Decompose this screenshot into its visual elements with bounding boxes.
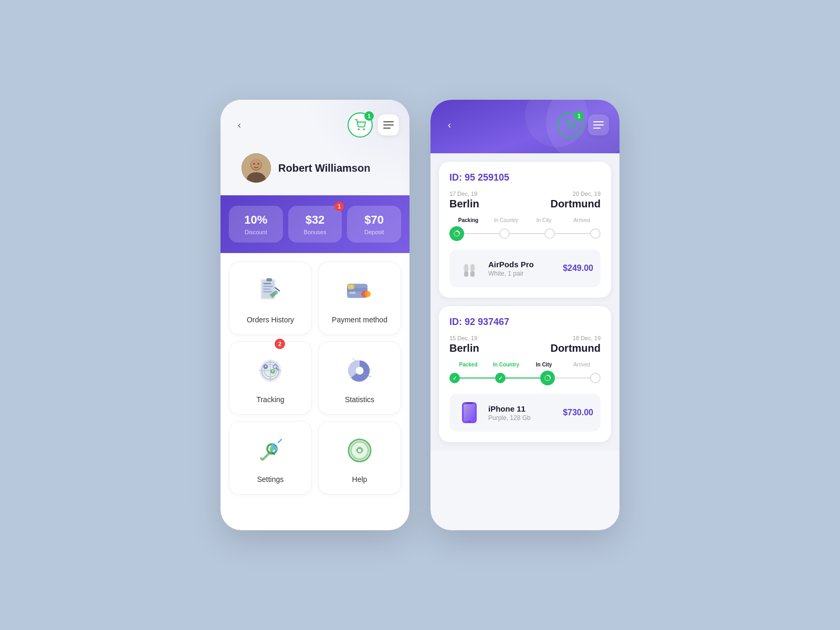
left-header: ‹ 1 [220,100,410,195]
tracking-icon-svg [255,355,286,386]
track-seg-1-12 [510,233,545,234]
step-label-packing: Packing [449,217,487,223]
tracking-label: Tracking [256,395,284,404]
svg-point-44 [573,129,574,130]
svg-point-6 [254,163,255,165]
help-icon [341,432,378,469]
to-date-1: 20 Dec, 19 [550,191,601,197]
tracking-icon [252,352,289,389]
tracking-bar-1: Packing In Country In City Arrived [449,217,601,241]
tracking-line-2: ✓ ✓ [449,371,601,385]
user-name: Robert Williamson [278,162,370,174]
tracking-line-1 [449,226,601,241]
svg-point-30 [272,370,274,372]
discount-value: 10% [234,213,278,227]
menu-grid: Orders History Payment method [220,253,410,503]
menu-card-settings[interactable]: Settings [229,421,312,495]
item-name-airpods: AirPods Pro [488,260,556,269]
orders-list: ID: 95 259105 17 Dec, 19 Berlin 20 Dec, … [430,153,620,450]
route-from-1: 17 Dec, 19 Berlin [449,191,479,210]
to-city-2: Dortmund [550,342,601,354]
svg-rect-57 [464,404,475,421]
orders-label: Orders History [247,316,294,324]
svg-rect-47 [465,264,468,272]
help-icon-svg [344,435,375,466]
track-dot-1-2 [544,228,555,239]
order-card-1: ID: 95 259105 17 Dec, 19 Berlin 20 Dec, … [439,162,611,298]
left-phone: ‹ 1 [220,100,410,530]
nav-right-right: 1 [558,112,609,138]
menu-card-orders[interactable]: Orders History [229,261,312,335]
payment-icon-svg [344,275,375,307]
deposit-label: Deposit [352,229,396,235]
bonuses-value: $32 [293,213,337,227]
to-date-2: 18 Dec, 19 [550,335,601,341]
menu-card-tracking[interactable]: 2 [229,341,312,415]
discount-label: Discount [234,229,278,235]
menu-card-help[interactable]: Help [318,421,401,495]
avatar-image [242,153,271,183]
svg-rect-10 [264,283,271,284]
track-seg-2-12 [506,377,541,379]
track-dot-2-1: ✓ [495,373,506,383]
payment-icon [341,272,378,309]
right-nav: ‹ 1 [441,112,609,138]
stat-deposit: $70 Deposit [347,206,401,243]
step-label-incountry2: In Country [487,362,525,368]
route-to-1: 20 Dec, 19 Dortmund [550,191,601,210]
right-phone: ‹ 1 [430,100,620,530]
cart-button-right[interactable]: 1 [558,112,583,138]
item-price-airpods: $249.00 [563,264,593,273]
item-desc-airpods: White, 1 pair [488,270,556,277]
spinner-icon-2 [544,374,551,382]
order-card-2: ID: 92 937467 15 Dec, 19 Berlin 18 Dec, … [439,306,611,442]
iphone-icon [459,401,480,424]
svg-rect-18 [350,292,356,295]
svg-rect-51 [470,271,475,277]
menu-button[interactable] [378,114,399,135]
help-label: Help [352,475,368,484]
airpods-icon [458,257,481,280]
item-image-iphone [457,400,482,425]
order-item-2: iPhone 11 Purple, 128 Gb $730.00 [449,394,601,432]
svg-rect-12 [264,289,271,290]
back-button-right[interactable]: ‹ [441,117,458,133]
order-item-1: AirPods Pro White, 1 pair $249.00 [449,249,601,287]
track-seg-2-23 [555,377,590,379]
svg-point-7 [258,163,259,165]
svg-rect-55 [466,402,472,404]
item-info-airpods: AirPods Pro White, 1 pair [488,260,556,277]
tracking-labels-1: Packing In Country In City Arrived [449,217,601,223]
item-info-iphone: iPhone 11 Purple, 128 Gb [488,404,556,422]
cart-button[interactable]: 1 [348,112,373,138]
step-label-incity: In City [525,217,563,223]
step-label-arrived2: Arrived [563,362,601,368]
item-image-airpods [457,256,482,281]
svg-point-0 [358,129,359,130]
track-seg-1-01 [464,233,499,234]
cart-icon-right [564,119,576,131]
menu-card-payment[interactable]: Payment method [318,261,401,335]
profile-section: Robert Williamson [231,148,399,195]
order-route-2: 15 Dec, 19 Berlin 18 Dec, 19 Dortmund [449,335,601,354]
right-header: ‹ 1 [430,100,620,153]
track-dot-1-0 [449,226,464,241]
spinner-icon [453,230,460,237]
menu-card-statistics[interactable]: Statistics [318,341,401,415]
deposit-value: $70 [352,213,396,227]
bonuses-badge: 1 [334,202,344,211]
bonuses-label: Bonuses [293,229,337,235]
left-nav: ‹ 1 [231,112,399,138]
menu-button-right[interactable] [588,114,609,135]
stats-icon-svg [344,355,375,386]
svg-rect-49 [471,264,474,272]
orders-icon [252,272,289,309]
tools-icon-svg [255,435,286,466]
tools-icon [252,432,289,469]
svg-point-33 [356,367,364,375]
svg-point-42 [358,448,362,453]
svg-rect-11 [264,286,273,287]
tracking-badge: 2 [275,339,285,349]
item-price-iphone: $730.00 [563,408,593,417]
back-button[interactable]: ‹ [231,117,248,133]
